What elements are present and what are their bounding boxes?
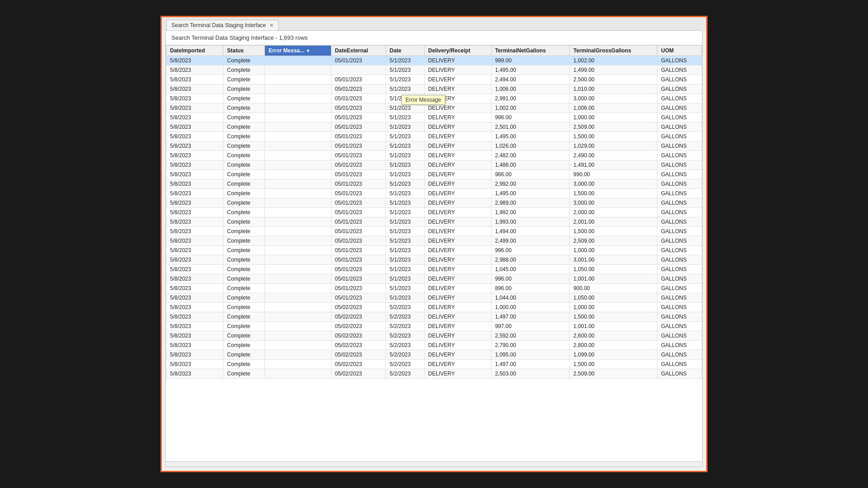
table-row[interactable]: 5/8/2023Complete05/02/20235/2/2023DELIVE… xyxy=(166,350,702,360)
cell-dateExternal: 05/01/2023 xyxy=(331,75,386,84)
cell-errorMessage xyxy=(264,160,331,170)
table-row[interactable]: 5/8/2023Complete05/01/20235/1/2023DELIVE… xyxy=(166,265,702,274)
cell-dateImported: 5/8/2023 xyxy=(166,170,223,179)
cell-deliveryReceipt: DELIVERY xyxy=(425,360,491,369)
table-row[interactable]: 5/8/2023Complete05/01/20235/1/2023DELIVE… xyxy=(166,103,702,113)
table-row[interactable]: 5/8/2023Complete05/01/20235/1/2023DELIVE… xyxy=(166,284,702,293)
cell-deliveryReceipt: DELIVERY xyxy=(425,265,491,274)
cell-dateExternal: 05/01/2023 xyxy=(331,179,386,189)
outer-frame: Search Terminal Data Staging Interface ✕… xyxy=(160,16,708,472)
table-row[interactable]: 5/8/2023Complete05/02/20235/2/2023DELIVE… xyxy=(166,312,702,322)
cell-status: Complete xyxy=(223,360,265,369)
cell-status: Complete xyxy=(223,369,265,379)
table-row[interactable]: 5/8/2023Complete05/01/20235/1/2023DELIVE… xyxy=(166,122,702,132)
horizontal-scrollbar[interactable] xyxy=(166,461,702,467)
cell-terminalNetGallons: 2,989.00 xyxy=(491,198,569,208)
table-row[interactable]: 5/8/2023Complete05/01/20235/1/2023DELIVE… xyxy=(166,208,702,217)
cell-uom: GALLONS xyxy=(657,303,702,312)
table-row[interactable]: 5/8/2023Complete05/01/20235/1/2023DELIVE… xyxy=(166,141,702,151)
cell-deliveryReceipt: DELIVERY xyxy=(425,217,491,227)
cell-dateImported: 5/8/2023 xyxy=(166,56,223,66)
main-tab[interactable]: Search Terminal Data Staging Interface ✕ xyxy=(166,20,278,30)
table-row[interactable]: 5/8/2023Complete05/01/20235/1/2023DELIVE… xyxy=(166,84,702,94)
cell-errorMessage xyxy=(264,179,331,189)
table-row[interactable]: 5/8/2023Complete05/01/20235/1/2023DELIVE… xyxy=(166,227,702,236)
cell-dateExternal: 05/01/2023 xyxy=(331,122,386,132)
cell-terminalNetGallons: 997.00 xyxy=(491,322,569,331)
table-row[interactable]: 5/8/2023Complete05/02/20235/2/2023DELIVE… xyxy=(166,360,702,369)
table-row[interactable]: 5/8/2023Complete05/01/20235/1/2023DELIVE… xyxy=(166,170,702,179)
cell-dateExternal: 05/02/2023 xyxy=(331,341,386,350)
table-row[interactable]: 5/8/2023Complete05/01/20235/1/2023DELIVE… xyxy=(166,160,702,170)
col-header-dateImported[interactable]: DateImported xyxy=(166,46,223,56)
cell-uom: GALLONS xyxy=(657,293,702,303)
cell-uom: GALLONS xyxy=(657,350,702,360)
table-row[interactable]: 5/8/2023Complete05/02/20235/2/2023DELIVE… xyxy=(166,341,702,350)
table-row[interactable]: 5/8/2023Complete05/01/20235/1/2023DELIVE… xyxy=(166,236,702,246)
cell-dateImported: 5/8/2023 xyxy=(166,369,223,379)
close-tab-button[interactable]: ✕ xyxy=(269,23,274,28)
cell-dateExternal: 05/02/2023 xyxy=(331,312,386,322)
table-row[interactable]: 5/8/2023Complete05/01/20235/1/2023DELIVE… xyxy=(166,246,702,255)
cell-deliveryReceipt: DELIVERY xyxy=(425,141,491,151)
cell-errorMessage xyxy=(264,56,331,66)
table-row[interactable]: 5/8/2023Complete05/02/20235/2/2023DELIVE… xyxy=(166,322,702,331)
cell-errorMessage xyxy=(264,227,331,236)
cell-dateExternal: 05/01/2023 xyxy=(331,265,386,274)
cell-terminalNetGallons: 1,497.00 xyxy=(491,312,569,322)
table-row[interactable]: 5/8/2023Complete05/01/20235/1/2023DELIVE… xyxy=(166,94,702,103)
page-title: Search Terminal Data Staging Interface -… xyxy=(166,31,702,45)
table-row[interactable]: 5/8/2023Complete05/02/20235/2/2023DELIVE… xyxy=(166,369,702,379)
table-row[interactable]: 5/8/2023Complete05/01/20235/1/2023DELIVE… xyxy=(166,189,702,198)
cell-deliveryReceipt: DELIVERY xyxy=(425,151,491,160)
table-header-row: DateImportedStatusError Messa... ▼DateEx… xyxy=(166,46,702,56)
table-row[interactable]: 5/8/2023Complete05/01/20235/1/2023DELIVE… xyxy=(166,255,702,265)
table-row[interactable]: 5/8/2023Complete05/01/20235/1/2023DELIVE… xyxy=(166,217,702,227)
cell-date: 5/2/2023 xyxy=(386,341,424,350)
cell-dateImported: 5/8/2023 xyxy=(166,255,223,265)
cell-terminalGrossGallons: 1,500.00 xyxy=(570,189,657,198)
table-row[interactable]: 5/8/2023Complete5/1/2023DELIVERY1,495.00… xyxy=(166,66,702,75)
cell-errorMessage xyxy=(264,265,331,274)
cell-terminalGrossGallons: 990.00 xyxy=(570,170,657,179)
cell-errorMessage xyxy=(264,208,331,217)
cell-dateImported: 5/8/2023 xyxy=(166,189,223,198)
cell-deliveryReceipt: DELIVERY xyxy=(425,84,491,94)
table-row[interactable]: 5/8/2023Complete05/01/20235/1/2023DELIVE… xyxy=(166,75,702,84)
col-header-terminalGrossGallons[interactable]: TerminalGrossGallons xyxy=(570,46,657,56)
table-container[interactable]: DateImportedStatusError Messa... ▼DateEx… xyxy=(166,45,702,461)
table-row[interactable]: 5/8/2023Complete05/01/20235/1/2023DELIVE… xyxy=(166,151,702,160)
cell-status: Complete xyxy=(223,84,265,94)
cell-uom: GALLONS xyxy=(657,360,702,369)
col-header-dateExternal[interactable]: DateExternal xyxy=(331,46,386,56)
col-header-status[interactable]: Status xyxy=(223,46,265,56)
table-row[interactable]: 5/8/2023Complete05/01/20235/1/2023DELIVE… xyxy=(166,179,702,189)
cell-errorMessage xyxy=(264,322,331,331)
table-row[interactable]: 5/8/2023Complete05/01/20235/1/2023DELIVE… xyxy=(166,293,702,303)
cell-terminalNetGallons: 896.00 xyxy=(491,284,569,293)
col-header-deliveryReceipt[interactable]: Delivery/Receipt xyxy=(425,46,491,56)
table-row[interactable]: 5/8/2023Complete05/02/20235/2/2023DELIVE… xyxy=(166,303,702,312)
col-header-uom[interactable]: UOM xyxy=(657,46,702,56)
table-row[interactable]: 5/8/2023Complete05/01/20235/1/2023DELIVE… xyxy=(166,56,702,66)
cell-deliveryReceipt: DELIVERY xyxy=(425,236,491,246)
cell-dateExternal: 05/02/2023 xyxy=(331,303,386,312)
cell-terminalGrossGallons: 1,000.00 xyxy=(570,246,657,255)
col-header-date[interactable]: Date xyxy=(386,46,424,56)
col-header-errorMessage[interactable]: Error Messa... ▼ xyxy=(264,46,331,56)
cell-deliveryReceipt: DELIVERY xyxy=(425,293,491,303)
cell-dateExternal: 05/01/2023 xyxy=(331,284,386,293)
cell-status: Complete xyxy=(223,208,265,217)
cell-errorMessage xyxy=(264,341,331,350)
cell-status: Complete xyxy=(223,246,265,255)
table-row[interactable]: 5/8/2023Complete05/01/20235/1/2023DELIVE… xyxy=(166,132,702,141)
cell-terminalGrossGallons: 2,600.00 xyxy=(570,331,657,341)
cell-dateExternal xyxy=(331,66,386,75)
col-header-terminalNetGallons[interactable]: TerminalNetGallons xyxy=(491,46,569,56)
table-row[interactable]: 5/8/2023Complete05/01/20235/1/2023DELIVE… xyxy=(166,198,702,208)
cell-dateExternal: 05/01/2023 xyxy=(331,217,386,227)
table-row[interactable]: 5/8/2023Complete05/01/20235/1/2023DELIVE… xyxy=(166,274,702,284)
table-row[interactable]: 5/8/2023Complete05/01/20235/1/2023DELIVE… xyxy=(166,113,702,122)
cell-deliveryReceipt: DELIVERY xyxy=(425,160,491,170)
table-row[interactable]: 5/8/2023Complete05/02/20235/2/2023DELIVE… xyxy=(166,331,702,341)
